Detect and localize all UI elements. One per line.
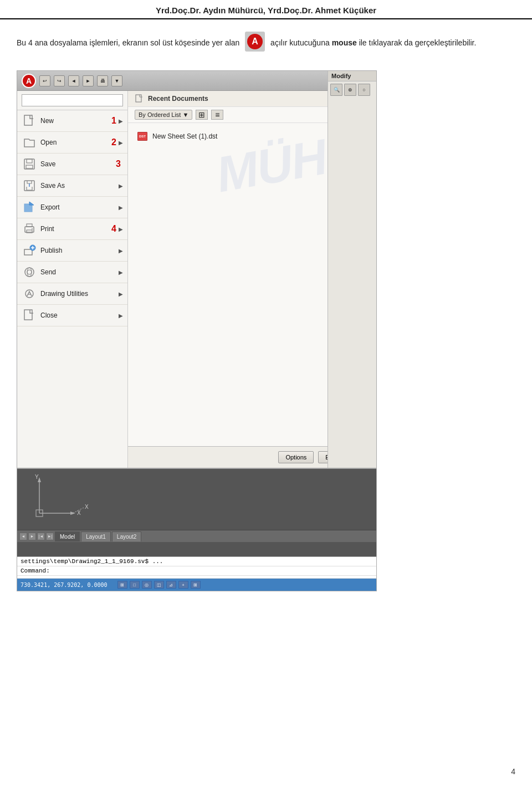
autocad-menu-panel: New 1 ▶ Open 2 ▶ Save 3 <box>17 91 128 468</box>
menu-item-drawing-utilities-arrow: ▶ <box>119 291 123 297</box>
menu-item-close-label: Close <box>40 311 119 319</box>
tab-layout2[interactable]: Layout2 <box>112 532 142 541</box>
svg-text:A: A <box>252 37 258 46</box>
page-title: Yrd.Doç.Dr. Aydın Mühürcü, Yrd.Doç.Dr. A… <box>156 6 376 15</box>
svg-rect-25 <box>136 95 141 102</box>
tab-model[interactable]: Model <box>55 532 80 541</box>
coordinate-axes-svg: Y X X <box>23 474 95 524</box>
ordered-list-label: By Ordered List <box>139 111 181 118</box>
svg-text:X: X <box>85 504 89 510</box>
autocad-window: A ↩ ↪ ◄ ► 🖶 ▼ Auto New 1 ▶ <box>17 70 377 468</box>
status-btn-5[interactable]: ⊿ <box>166 581 176 589</box>
menu-item-save-as-arrow: ▶ <box>119 183 123 189</box>
menu-item-new-arrow: ▶ <box>119 118 123 124</box>
export-icon <box>22 200 37 215</box>
toolbar-btn-back[interactable]: ◄ <box>68 75 79 86</box>
autocad-main-area: New 1 ▶ Open 2 ▶ Save 3 <box>17 91 376 468</box>
menu-item-send-arrow: ▶ <box>119 269 123 275</box>
status-coords: 730.3421, 267.9202, 0.0000 <box>21 582 108 588</box>
intro-section: Bu 4 ana dosyalama işlemleri, ekranın so… <box>0 19 532 60</box>
tab-nav-first[interactable]: |◄ <box>37 533 45 540</box>
status-bar: 730.3421, 267.9202, 0.0000 ⊞ □ ◎ ◫ ⊿ + ⊞ <box>17 579 376 591</box>
menu-item-drawing-utilities[interactable]: Drawing Utilities ▶ <box>17 283 127 305</box>
autocad-titlebar: A ↩ ↪ ◄ ► 🖶 ▼ Auto <box>17 71 376 91</box>
status-btn-2[interactable]: □ <box>130 581 140 589</box>
status-btn-1[interactable]: ⊞ <box>117 581 127 589</box>
intro-text-before: Bu 4 ana dosyalama işlemleri, ekranın so… <box>17 38 239 47</box>
publish-icon <box>22 243 37 258</box>
status-btn-7[interactable]: ⊞ <box>191 581 201 589</box>
svg-text:Y: Y <box>35 474 39 480</box>
view-list-btn[interactable]: ≡ <box>211 110 223 120</box>
menu-item-save-as-label: Save As <box>40 182 119 190</box>
menu-item-export-label: Export <box>40 203 119 211</box>
svg-rect-5 <box>27 159 32 163</box>
toolbar-circle-icon[interactable]: ○ <box>358 84 370 96</box>
options-button[interactable]: Options <box>278 451 314 463</box>
save-icon <box>22 156 37 172</box>
toolbar-btn-redo[interactable]: ↪ <box>54 75 65 86</box>
tab-layout1[interactable]: Layout1 <box>81 532 111 541</box>
drawing-canvas: Y X X <box>17 469 376 530</box>
menu-item-publish-arrow: ▶ <box>119 248 123 254</box>
tab-nav-next[interactable]: ► <box>28 533 36 540</box>
new-icon <box>22 113 37 129</box>
ordered-list-btn[interactable]: By Ordered List ▼ <box>135 110 192 120</box>
menu-search-input[interactable] <box>22 94 123 106</box>
menu-item-open-arrow: ▶ <box>119 140 123 146</box>
menu-item-open[interactable]: Open 2 ▶ <box>17 132 127 154</box>
svg-point-14 <box>32 228 33 229</box>
autocad-logo[interactable]: A <box>22 74 36 88</box>
save-as-icon <box>22 178 37 193</box>
menu-item-new-number: 1 <box>111 116 116 126</box>
open-icon <box>22 135 37 150</box>
page-number: 4 <box>511 767 515 776</box>
menu-item-close-arrow: ▶ <box>119 313 123 319</box>
intro-text-after: açılır kutucuğuna <box>270 38 330 47</box>
recent-docs-label: Recent Documents <box>148 95 208 103</box>
menu-item-export[interactable]: Export ▶ <box>17 197 127 218</box>
toolbar-btn-undo[interactable]: ↩ <box>39 75 50 86</box>
menu-item-print-arrow: ▶ <box>119 226 123 232</box>
right-toolbar-header: Modify <box>328 71 376 81</box>
right-toolbar: Modify 🔍 ⊕ ○ <box>328 71 376 468</box>
menu-item-save[interactable]: Save 3 <box>17 154 127 175</box>
toolbar-zoom-icon[interactable]: ⊕ <box>344 84 356 96</box>
menu-item-publish-label: Publish <box>40 247 119 254</box>
toolbar-search-icon[interactable]: 🔍 <box>330 84 342 96</box>
menu-item-send-label: Send <box>40 268 119 276</box>
right-toolbar-icons: 🔍 ⊕ ○ <box>328 81 376 98</box>
status-btn-4[interactable]: ◫ <box>154 581 164 589</box>
menu-item-export-arrow: ▶ <box>119 205 123 211</box>
tab-nav-prev[interactable]: ◄ <box>19 533 27 540</box>
menu-item-open-label: Open <box>40 139 111 146</box>
intro-bold-word: mouse <box>332 38 357 47</box>
menu-item-close[interactable]: Close ▶ <box>17 305 127 326</box>
menu-item-save-number: 3 <box>116 159 121 169</box>
status-btn-3[interactable]: ◎ <box>142 581 152 589</box>
command-line-2: Command: <box>17 566 376 576</box>
svg-rect-6 <box>26 165 33 168</box>
ordered-list-dropdown-icon: ▼ <box>182 111 188 118</box>
toolbar-btn-print[interactable]: 🖶 <box>97 75 108 86</box>
menu-item-print-label: Print <box>40 225 111 233</box>
menu-search-area <box>17 91 127 110</box>
file-icon-1: DST <box>137 131 148 142</box>
toolbar-btn-dropdown[interactable]: ▼ <box>111 75 122 86</box>
intro-text-end: ile tıklayarak da gerçekleştirilebilir. <box>359 38 477 47</box>
svg-point-19 <box>25 268 34 277</box>
menu-item-drawing-utilities-label: Drawing Utilities <box>40 290 119 298</box>
toolbar-btn-forward[interactable]: ► <box>83 75 94 86</box>
tab-nav-last[interactable]: ►| <box>46 533 54 540</box>
autocad-logo-icon: A <box>245 32 265 52</box>
view-toggle-btn[interactable]: ⊞ <box>196 110 208 120</box>
status-btn-6[interactable]: + <box>178 581 188 589</box>
menu-item-save-as[interactable]: Save As ▶ <box>17 175 127 197</box>
menu-item-publish[interactable]: Publish ▶ <box>17 240 127 262</box>
menu-item-print-number: 4 <box>111 224 116 234</box>
menu-item-send[interactable]: Send ▶ <box>17 262 127 283</box>
menu-item-new[interactable]: New 1 ▶ <box>17 110 127 132</box>
menu-item-print[interactable]: Print 4 ▶ <box>17 218 127 240</box>
svg-point-21 <box>27 268 32 277</box>
menu-item-save-label: Save <box>40 160 116 168</box>
